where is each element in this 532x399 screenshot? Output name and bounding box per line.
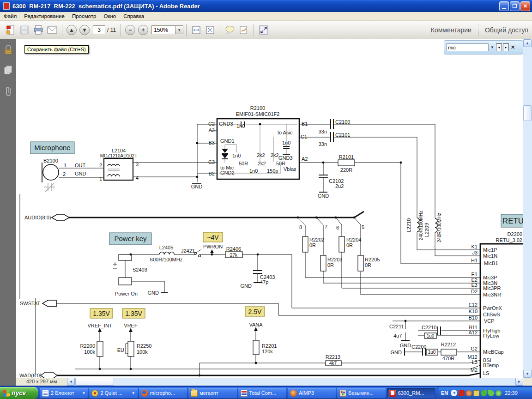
task-label: AIMP3 xyxy=(299,390,314,396)
schematic-label: 1u0 xyxy=(427,333,435,339)
save-button[interactable] xyxy=(18,24,30,36)
scroll-down-arrow[interactable]: ▼ xyxy=(523,370,532,378)
schematic-label: Mic3PR xyxy=(483,285,501,291)
schematic-label: VANA xyxy=(249,322,263,327)
schematic-label: D2200 xyxy=(508,231,522,237)
menu-item-4[interactable]: Справка xyxy=(120,12,148,20)
tray-aimp-icon[interactable] xyxy=(466,390,472,396)
adobe-reader-window: 6300_RM-217_RM-222_schematics.pdf (ЗАЩИТ… xyxy=(0,0,532,399)
scroll-up-arrow[interactable]: ▲ xyxy=(523,39,532,47)
menu-item-0[interactable]: Файл xyxy=(0,12,20,20)
schematic-label: R2213 xyxy=(326,354,340,360)
zoom-out-button[interactable]: − xyxy=(125,25,135,35)
minimize-button[interactable]: ▁ xyxy=(499,1,509,11)
create-pdf-button[interactable] xyxy=(5,24,17,36)
comments-panel-button[interactable]: Комментарии xyxy=(431,26,472,34)
schematic-label: C2100 xyxy=(335,119,350,125)
page-number-input[interactable] xyxy=(93,25,105,34)
save-tooltip: Сохранить файл (Ctrl+S) xyxy=(24,45,89,54)
find-next-button[interactable]: ► xyxy=(503,43,509,51)
sign-button[interactable] xyxy=(238,24,250,36)
fullscreen-button[interactable] xyxy=(258,24,270,36)
taskbar-button-1[interactable]: 2 Quiet ...▼ xyxy=(89,388,137,398)
schematic-label: GND2 xyxy=(220,170,235,175)
taskbar: пуск 2 Блокнот▼2 Quiet ...▼micropho...ме… xyxy=(0,387,532,399)
taskbar-button-6[interactable]: Безымян... xyxy=(337,388,385,398)
share-panel-button[interactable]: Общий доступ xyxy=(485,26,528,34)
email-button[interactable] xyxy=(46,24,58,36)
print-button[interactable] xyxy=(32,24,44,36)
previous-page-button[interactable]: ▲ xyxy=(66,25,77,35)
menu-item-3[interactable]: Окно xyxy=(100,12,120,20)
schematic-label: 33n xyxy=(319,129,327,134)
system-tray: EN ◄ 22:39 xyxy=(437,387,532,399)
language-indicator[interactable]: EN xyxy=(441,390,448,396)
horizontal-scrollbar[interactable]: ◄ ► xyxy=(67,378,523,386)
find-toolbar: ▼ ◄ ► ✕ xyxy=(444,40,523,54)
document-area: MicrophonePower keyRETU~4V1.35V1.35V2.5V… xyxy=(0,39,532,386)
pdf-page[interactable]: MicrophonePower keyRETU~4V1.35V1.35V2.5V… xyxy=(16,39,523,378)
scroll-right-arrow[interactable]: ► xyxy=(515,378,523,386)
zoom-level-input[interactable] xyxy=(151,25,175,34)
tray-utorrent-icon[interactable] xyxy=(496,390,502,396)
schematic-label: GND xyxy=(148,290,159,296)
schematic-label: J2421 xyxy=(181,248,195,254)
tray-adobe-icon[interactable] xyxy=(459,390,465,396)
attachments-panel-icon[interactable] xyxy=(4,85,12,97)
toolbar: ▲ ▼ / 11 − + ▼ Комментарии Общий доступ xyxy=(0,21,532,39)
taskbar-button-2[interactable]: micropho... xyxy=(139,388,187,398)
schematic-label: 1n0 xyxy=(236,123,245,129)
schematic-label: R2406 xyxy=(226,246,241,252)
taskbar-button-7[interactable]: 6300_RM... xyxy=(387,388,435,398)
schematic-callout-text: Power key xyxy=(114,235,147,242)
horizontal-scroll-thumb[interactable] xyxy=(75,378,114,386)
taskbar-button-3[interactable]: мегаопт xyxy=(188,388,236,398)
schematic-callout-text: 1.35V xyxy=(125,310,142,317)
schematic-label: 1n0 xyxy=(232,153,241,158)
tray-chevron-icon[interactable]: ◄ xyxy=(451,390,457,396)
schematic-label: M2 xyxy=(471,367,478,373)
menu-item-1[interactable]: Редактирование xyxy=(20,12,68,20)
schematic-label: GND3 xyxy=(278,155,293,161)
tray-notes-icon[interactable] xyxy=(473,390,479,396)
scroll-left-arrow[interactable]: ◄ xyxy=(67,378,75,386)
schematic-label: Mic3NR xyxy=(483,292,501,297)
schematic-label: PwrOnX xyxy=(483,305,502,311)
schematic-label: VREF xyxy=(124,323,138,328)
tray-green-icon[interactable] xyxy=(481,390,487,396)
search-input[interactable] xyxy=(446,43,489,51)
find-previous-button[interactable]: ◄ xyxy=(496,43,502,51)
schematic-label: BTemp xyxy=(483,363,499,368)
search-close-icon[interactable]: ✕ xyxy=(510,44,515,50)
schematic-label: GND xyxy=(318,193,329,199)
taskbar-button-4[interactable]: Total Com... xyxy=(238,388,286,398)
vertical-scroll-thumb[interactable] xyxy=(523,105,532,121)
group-arrow-icon[interactable]: ▼ xyxy=(82,391,85,395)
zoom-in-button[interactable]: + xyxy=(138,25,148,35)
schematic-label: Power On xyxy=(115,291,138,296)
scrollbar-corner xyxy=(523,378,532,386)
zoom-dropdown-arrow[interactable]: ▼ xyxy=(175,25,183,34)
search-options-arrow[interactable]: ▼ xyxy=(490,45,495,49)
security-lock-icon[interactable] xyxy=(4,45,13,55)
firefox-icon xyxy=(141,390,148,397)
start-button[interactable]: пуск xyxy=(0,387,38,399)
fit-page-button[interactable] xyxy=(204,24,216,36)
schematic-label: 2 xyxy=(63,171,66,177)
start-label: пуск xyxy=(12,389,26,397)
menu-item-2[interactable]: Просмотр xyxy=(68,12,100,20)
comment-button[interactable] xyxy=(224,24,236,36)
restore-button[interactable]: ❐ xyxy=(510,1,520,11)
fit-width-button[interactable] xyxy=(190,24,202,36)
schematic-label: 27k xyxy=(230,253,238,258)
close-button[interactable]: ✕ xyxy=(520,1,530,11)
taskbar-button-0[interactable]: 2 Блокнот▼ xyxy=(40,388,88,398)
next-page-button[interactable]: ▼ xyxy=(79,25,90,35)
pages-panel-icon[interactable] xyxy=(4,65,13,75)
vertical-scrollbar[interactable]: ▲ ▼ xyxy=(523,39,532,378)
schematic-label: A3 xyxy=(209,127,215,133)
group-arrow-icon[interactable]: ▼ xyxy=(132,391,135,395)
taskbar-button-5[interactable]: AIMP3 xyxy=(288,388,336,398)
tray-green2-icon[interactable] xyxy=(488,390,494,396)
schematic-label: E1 xyxy=(472,272,478,277)
